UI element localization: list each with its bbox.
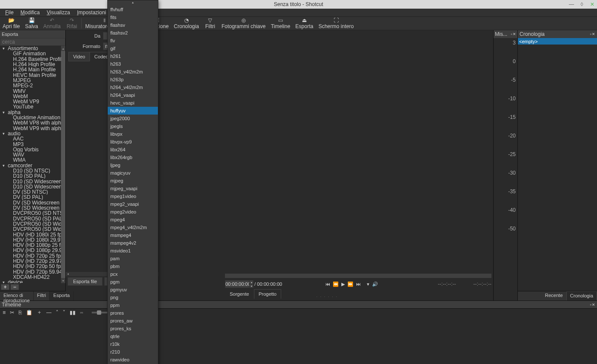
right-tab[interactable]: Cronologia — [566, 291, 597, 300]
codec-option[interactable]: ffvhuff — [108, 6, 158, 13]
close-panel-icon[interactable]: ✕ — [592, 303, 595, 307]
codec-option[interactable]: r10k — [108, 340, 158, 348]
search-input[interactable] — [0, 38, 65, 45]
tree-item[interactable]: D10 (SD NTSC) — [0, 168, 61, 173]
codec-option[interactable]: pcx — [108, 270, 158, 278]
codec-option[interactable]: rawvideo — [108, 356, 158, 364]
codec-option[interactable]: prores_aw — [108, 317, 158, 325]
subtab-video[interactable]: Video — [68, 52, 90, 61]
save-button[interactable]: 💾Salva — [22, 16, 41, 30]
menu-modifica[interactable]: Modifica — [17, 10, 43, 16]
redo-button[interactable]: ↷Rifai — [63, 16, 80, 30]
codec-option[interactable]: prores — [108, 309, 158, 317]
scroll-down-icon[interactable]: ▾ — [61, 278, 65, 283]
codec-option[interactable]: mpeg4_v4l2m2m — [108, 224, 158, 231]
tree-item[interactable]: H.264 Main Profile — [0, 67, 61, 72]
tree-item[interactable]: MPEG-2 — [0, 83, 61, 88]
tree-item[interactable]: DV (SD Widescreen P... — [0, 205, 61, 211]
codec-option[interactable]: huffyuv — [108, 107, 158, 115]
tree-item[interactable]: WMA — [0, 157, 61, 163]
preset-tree[interactable]: AssortimentoGIF AnimationH.264 Baseline … — [0, 46, 61, 283]
codec-option[interactable]: mjpeg_vaapi — [108, 185, 158, 192]
lift-icon[interactable]: ˄ — [56, 310, 58, 316]
tree-item[interactable]: WebM VP9 with alph... — [0, 125, 61, 131]
append-icon[interactable]: ＋ — [37, 309, 42, 316]
player-tab[interactable]: Sorgente — [225, 289, 254, 299]
tree-item[interactable]: Ogg Vorbis — [0, 147, 61, 152]
tree-item[interactable]: WebM VP9 — [0, 99, 61, 104]
tree-item[interactable]: DV (SD NTSC) — [0, 189, 61, 195]
codec-option[interactable]: pbm — [108, 262, 158, 270]
codec-option[interactable]: mpeg4 — [108, 216, 158, 224]
volume-icon[interactable]: 🔊 — [372, 281, 378, 287]
codec-option[interactable]: mpeg2_vaapi — [108, 200, 158, 208]
chronology-list[interactable]: <empty> — [518, 38, 597, 291]
skip-start-icon[interactable]: ⏮ — [325, 281, 330, 287]
codec-option[interactable]: fits — [108, 13, 158, 21]
tree-item[interactable]: WMV — [0, 88, 61, 93]
codec-option[interactable]: h264_vaapi — [108, 91, 158, 99]
export-button[interactable]: ⏏Esporta — [293, 16, 316, 30]
cut-icon[interactable]: ✂ — [10, 310, 14, 316]
zoom-menu-icon[interactable]: ▾ — [367, 281, 369, 287]
codec-option[interactable]: ljpeg — [108, 161, 158, 169]
tree-item[interactable]: DVCPRO50 (SD PAL) — [0, 216, 61, 221]
codec-option[interactable]: prores_ks — [108, 325, 158, 332]
tree-item[interactable]: WebM — [0, 94, 61, 99]
preset-search[interactable] — [0, 38, 65, 46]
left-tab[interactable]: Filtri — [34, 291, 50, 300]
maximize-icon[interactable]: ◊ — [579, 1, 585, 7]
tree-item[interactable]: H.264 Baseline Profile — [0, 57, 61, 62]
skip-end-icon[interactable]: ⏭ — [356, 281, 361, 287]
tree-item[interactable]: D10 (SD Widescreen ... — [0, 184, 61, 189]
rewind-icon[interactable]: ⏪ — [333, 281, 339, 287]
fullscreen-button[interactable]: ⛶Schermo intero — [316, 16, 356, 30]
codec-option[interactable]: r210 — [108, 348, 158, 356]
codec-option[interactable]: pgm — [108, 278, 158, 286]
codec-option[interactable]: qtrle — [108, 332, 158, 340]
tree-item[interactable]: MJPEG — [0, 78, 61, 83]
chrono-button[interactable]: ◔Cronologia — [171, 16, 202, 30]
tree-item[interactable]: WAV — [0, 152, 61, 157]
codec-option[interactable]: mpeg1video — [108, 192, 158, 200]
tree-item[interactable]: DV (SD Widescreen N... — [0, 200, 61, 205]
paste-icon[interactable]: 📋 — [26, 310, 32, 316]
minimize-icon[interactable]: — — [568, 1, 575, 7]
tree-item[interactable]: HDV (HD 1080p 25 fps) — [0, 243, 61, 248]
codec-option[interactable]: msmpeg4 — [108, 231, 158, 239]
tree-item[interactable]: HEVC Main Profile — [0, 72, 61, 77]
tree-item[interactable]: HDV (HD 720p 25 fps) — [0, 253, 61, 259]
left-tab[interactable]: Elenco di riproduzione — [0, 291, 34, 300]
menu-impostazioni[interactable]: Impostazioni — [74, 10, 109, 16]
tree-item[interactable]: DVCPRO50 (SD Wides... — [0, 227, 61, 232]
codec-option[interactable]: gif — [108, 45, 158, 52]
export-file-button[interactable]: Esporta file — [67, 277, 103, 286]
player-drag-handle[interactable]: · · · · · · — [316, 294, 338, 299]
codec-option[interactable]: h264_v4l2m2m — [108, 83, 158, 91]
codec-option[interactable]: flv — [108, 37, 158, 45]
tree-item[interactable]: YouTube — [0, 104, 61, 109]
timeline-button[interactable]: ▭Timeline — [268, 16, 293, 30]
open-button[interactable]: 📂Apri file — [0, 16, 22, 30]
tree-item[interactable]: MP3 — [0, 141, 61, 147]
undo-button[interactable]: ↶Annulla — [41, 16, 63, 30]
codec-option[interactable]: libvpx-vp9 — [108, 138, 158, 146]
tree-item[interactable]: AAC — [0, 136, 61, 141]
play-icon[interactable]: ▶ — [341, 281, 345, 287]
tree-item[interactable]: XDCAM-HD422 — [0, 275, 61, 280]
close-panel-icon[interactable]: ✕ — [513, 32, 516, 36]
codec-option[interactable]: magicyuv — [108, 169, 158, 177]
codec-option[interactable]: mjpeg — [108, 177, 158, 185]
timeline-menu-icon[interactable]: ≡ — [3, 310, 6, 316]
tree-item[interactable]: DV (SD PAL) — [0, 195, 61, 200]
codec-option[interactable]: h261 — [108, 52, 158, 60]
snap-icon[interactable]: ⎓ — [80, 310, 83, 316]
codec-option[interactable]: libvpx — [108, 130, 158, 138]
tree-item[interactable]: HDV (HD 1080i 29.97 ... — [0, 237, 61, 243]
remove-preset-button[interactable]: − — [10, 284, 19, 290]
tree-item[interactable]: D10 (SD Widescreen ... — [0, 179, 61, 184]
tree-item[interactable]: H.264 High Profile — [0, 62, 61, 67]
tree-group[interactable]: camcorder — [0, 163, 61, 168]
codec-option[interactable]: h263 — [108, 60, 158, 68]
close-icon[interactable]: ✕ — [589, 1, 595, 7]
